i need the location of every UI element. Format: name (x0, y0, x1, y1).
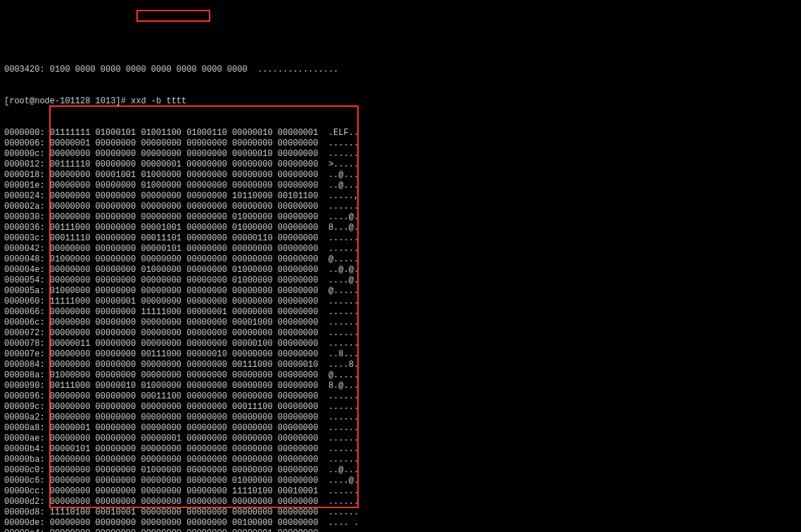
binary-data: 00000000 00000000 00111000 00000010 0000… (50, 349, 319, 359)
offset: 0000006: (4, 138, 45, 148)
offset: 0000000: (4, 128, 45, 138)
hex-line: 0000090: 00111000 00000010 01000000 0000… (4, 381, 797, 391)
binary-data: 01000000 00000000 00000000 00000000 0000… (50, 286, 319, 296)
ascii-col: ...... (328, 244, 359, 254)
ascii-col: ....8. (328, 360, 359, 370)
hex-line: 00000a8: 00000001 00000000 00000000 0000… (4, 423, 797, 434)
binary-data: 00000011 00000000 00000000 00000000 0000… (50, 339, 319, 349)
offset: 0000084: (4, 360, 45, 370)
ascii-col: ...... (328, 202, 359, 212)
hex-line: 0000060: 11111000 00000001 00000000 0000… (4, 297, 797, 307)
offset: 000007e: (4, 349, 45, 359)
ascii-col: ...... (328, 339, 359, 349)
offset: 0000072: (4, 328, 45, 338)
ascii-col: .... . (328, 518, 359, 528)
offset: 0000018: (4, 170, 45, 180)
hex-line: 0000072: 00000000 00000000 00000000 0000… (4, 328, 797, 339)
binary-data: 00000000 00001001 01000000 00000000 0000… (50, 170, 319, 180)
binary-data: 00000000 00000000 00000000 00000000 1111… (50, 486, 319, 496)
offset: 00000d2: (4, 497, 45, 507)
ascii-col: ....., (328, 191, 359, 201)
binary-data: 00000000 00000000 00000000 00000000 0100… (50, 476, 319, 486)
ascii-col: ...... (328, 318, 359, 327)
hex-line: 0000012: 00111110 00000000 00000001 0000… (4, 160, 797, 170)
offset: 00000de: (4, 518, 45, 528)
hex-line: 0000030: 00000000 00000000 00000000 0000… (4, 212, 797, 223)
ascii-col: ...... (328, 434, 359, 443)
binary-data: 00000000 00000000 00000000 00000000 1011… (50, 191, 319, 201)
hex-line: 0000018: 00000000 00001001 01000000 0000… (4, 170, 797, 181)
binary-data: 01000000 00000000 00000000 00000000 0000… (50, 370, 319, 380)
offset: 0000012: (4, 160, 45, 169)
ascii-col: @..... (328, 286, 359, 296)
offset: 0000066: (4, 307, 45, 317)
offset: 0000048: (4, 254, 45, 264)
hex-line: 0000066: 00000000 00000000 11111000 0000… (4, 307, 797, 318)
offset: 0000036: (4, 223, 45, 233)
ascii-col: ...... (328, 507, 359, 517)
offset: 0000078: (4, 339, 45, 349)
hex-line: 00000c0: 00000000 00000000 01000000 0000… (4, 465, 797, 476)
binary-data: 00000001 00000000 00000000 00000000 0000… (50, 423, 319, 433)
hex-line: 0000096: 00000000 00000000 00011100 0000… (4, 391, 797, 402)
shell-prompt: [root@node-101128 1013]# (4, 96, 126, 106)
binary-data: 11110100 00010001 00000000 00000000 0000… (50, 507, 319, 517)
binary-data: 00000101 00000000 00000000 00000000 0000… (50, 444, 319, 454)
hex-line: 000004e: 00000000 00000000 01000000 0000… (4, 265, 797, 275)
ascii-col: ...... (328, 233, 359, 243)
ascii-col: ..@... (328, 181, 359, 190)
offset: 0000042: (4, 244, 45, 254)
offset: 0000096: (4, 391, 45, 401)
offset: 0000060: (4, 297, 45, 306)
terminal-output: 0003420: 0100 0000 0000 0000 0000 0000 0… (0, 42, 801, 532)
ascii-col: ...... (328, 423, 359, 433)
hex-line-prior: 0003420: 0100 0000 0000 0000 0000 0000 0… (4, 65, 797, 75)
binary-data: 00000000 00000000 00000000 00000000 0000… (50, 202, 319, 212)
ascii-col: ...... (328, 402, 359, 412)
hex-line: 0000078: 00000011 00000000 00000000 0000… (4, 339, 797, 349)
ascii-col: .ELF.. (328, 128, 359, 138)
binary-data: 00000000 00000000 00011100 00000000 0000… (50, 391, 319, 401)
hex-line: 00000e4: 00000000 00000000 00000000 0000… (4, 528, 797, 532)
hex-line: 0000048: 01000000 00000000 00000000 0000… (4, 254, 797, 265)
offset: 0000054: (4, 275, 45, 285)
offset: 0000024: (4, 191, 45, 201)
prompt-line[interactable]: [root@node-101128 1013]# xxd -b tttt (4, 96, 797, 107)
ascii-col: >..... (328, 160, 359, 169)
ascii-col: ...... (328, 455, 359, 465)
binary-data: 00111000 00000010 01000000 00000000 0000… (50, 381, 319, 391)
offset: 0003420: (4, 65, 45, 74)
ascii-col: ................ (257, 65, 338, 74)
binary-data: 00000000 00000000 00000000 00000000 0010… (50, 518, 319, 528)
hex-line: 00000d2: 00000000 00000000 00000000 0000… (4, 497, 797, 507)
hex-line: 00000ae: 00000000 00000000 00000001 0000… (4, 434, 797, 444)
hex-line: 0000036: 00111000 00000000 00001001 0000… (4, 223, 797, 233)
binary-data: 00111000 00000000 00001001 00000000 0100… (50, 223, 319, 233)
hex-line: 00000d8: 11110100 00010001 00000000 0000… (4, 507, 797, 518)
offset: 00000d8: (4, 507, 45, 517)
binary-data: 00000000 00000000 00000000 00000000 0001… (50, 402, 319, 412)
hex-data: 0100 0000 0000 0000 0000 0000 0000 0000 (50, 65, 248, 74)
hex-line: 0000054: 00000000 00000000 00000000 0000… (4, 275, 797, 286)
ascii-col: ...... (328, 391, 359, 401)
ascii-col: ...... (328, 528, 359, 532)
hex-line: 0000000: 01111111 01000101 01001100 0100… (4, 128, 797, 138)
binary-data: 00000000 00000000 00000000 00000000 0100… (50, 275, 319, 285)
offset: 000008a: (4, 370, 45, 380)
hex-line: 000000c: 00000000 00000000 00000000 0000… (4, 149, 797, 160)
ascii-col: ...... (328, 444, 359, 454)
ascii-col: ...... (328, 413, 359, 422)
ascii-col: ..@... (328, 465, 359, 475)
ascii-col: 8.@... (328, 381, 359, 391)
offset: 000006c: (4, 318, 45, 327)
binary-data: 01111111 01000101 01001100 01000110 0000… (50, 128, 319, 138)
binary-data: 00000000 00000000 00000101 00000000 0000… (50, 244, 319, 254)
binary-data: 00000000 00000000 00000000 00000000 0011… (50, 360, 319, 370)
ascii-col: ...... (328, 297, 359, 306)
offset: 000009c: (4, 402, 45, 412)
hex-line: 0000084: 00000000 00000000 00000000 0000… (4, 360, 797, 370)
binary-data: 11111000 00000001 00000000 00000000 0000… (50, 297, 319, 306)
binary-data: 00000000 00000000 00000000 00000000 0000… (50, 528, 319, 532)
binary-data: 00000000 00000000 01000000 00000000 0100… (50, 265, 319, 275)
binary-data: 00000000 00000000 00000000 00000000 0000… (50, 455, 319, 465)
